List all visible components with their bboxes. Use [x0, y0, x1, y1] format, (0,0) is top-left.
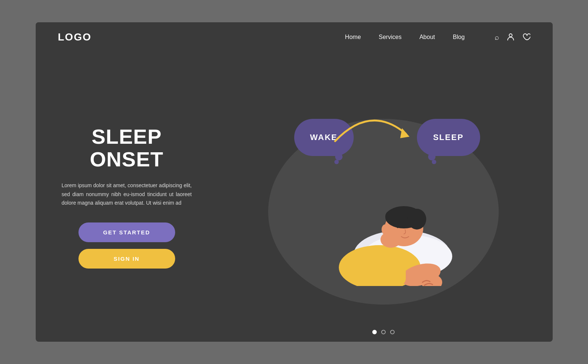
nav-about[interactable]: About [420, 34, 435, 40]
svg-point-12 [385, 209, 408, 224]
nav-home[interactable]: Home [345, 34, 361, 40]
navbar: LOGO Home Services About Blog ⌕ [36, 22, 553, 52]
page-frame: LOGO Home Services About Blog ⌕ [36, 22, 553, 342]
nav-services[interactable]: Services [379, 34, 401, 40]
nav-links: Home Services About Blog [345, 34, 465, 40]
nav-icons: ⌕ [495, 33, 530, 42]
carousel-dots [372, 330, 395, 334]
main-content: SLEEP ONSET Lorem ipsum dolor sit amet, … [36, 52, 553, 342]
svg-point-13 [382, 224, 389, 235]
logo: LOGO [58, 31, 91, 43]
user-icon[interactable] [507, 33, 515, 42]
search-icon[interactable]: ⌕ [495, 33, 499, 41]
dot-1[interactable] [372, 330, 377, 334]
cycle-arrow [324, 111, 417, 149]
sleeping-person [305, 160, 462, 286]
person-illustration: WAKE SLEEP [276, 108, 491, 286]
hero-title: SLEEP ONSET [62, 125, 192, 171]
hero-description: Lorem ipsum dolor sit amet, consectetuer… [62, 181, 192, 208]
dot-3[interactable] [390, 330, 395, 334]
sleep-label: SLEEP [433, 133, 463, 142]
svg-rect-7 [361, 256, 406, 286]
dot-2[interactable] [381, 330, 386, 334]
sign-in-button[interactable]: SIGN IN [78, 249, 175, 269]
nav-blog[interactable]: Blog [453, 34, 465, 40]
sleep-bubble: SLEEP [417, 119, 480, 156]
svg-point-0 [509, 34, 512, 37]
heart-icon[interactable] [522, 33, 530, 42]
left-panel: SLEEP ONSET Lorem ipsum dolor sit amet, … [36, 52, 214, 342]
get-started-button[interactable]: GET STARTED [78, 222, 175, 242]
right-panel: WAKE SLEEP [214, 52, 553, 342]
